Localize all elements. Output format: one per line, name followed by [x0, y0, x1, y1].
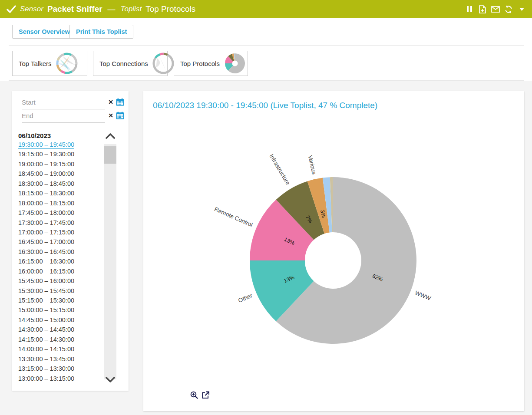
- tab-label: Top Talkers: [19, 60, 52, 67]
- start-calendar-icon[interactable]: [116, 98, 124, 106]
- scroll-down-button[interactable]: [104, 374, 116, 385]
- time-range-item[interactable]: 19:00:00 – 19:15:00: [18, 161, 101, 170]
- toplist-name: Top Protocols: [145, 4, 195, 14]
- scroll-up-button[interactable]: [104, 130, 116, 142]
- time-range-list: 19:30:00 – 19:45:0019:15:00 – 19:30:0019…: [18, 141, 101, 385]
- time-range-item[interactable]: 19:30:00 – 19:45:00: [18, 141, 101, 151]
- top-talkers-chord-icon: [56, 53, 78, 74]
- time-range-item[interactable]: 18:15:00 – 18:30:00: [18, 190, 101, 199]
- start-date-field: ✕: [22, 96, 105, 109]
- date-list-header: 06/10/2023: [18, 132, 51, 139]
- time-range-item[interactable]: 19:15:00 – 19:30:00: [18, 151, 101, 160]
- tab-top-talkers[interactable]: Top Talkers: [12, 51, 87, 76]
- segment-name-label: Other: [237, 292, 253, 304]
- clear-end-icon[interactable]: ✕: [108, 112, 113, 119]
- end-calendar-icon[interactable]: [116, 112, 124, 119]
- time-range-item[interactable]: 16:00:00 – 16:15:00: [18, 268, 101, 277]
- tab-label: Top Protocols: [180, 60, 220, 67]
- time-range-item[interactable]: 15:15:00 – 15:30:00: [18, 297, 101, 306]
- check-icon: [6, 4, 17, 14]
- time-range-item[interactable]: 17:30:00 – 17:45:00: [18, 219, 101, 229]
- time-range-item[interactable]: 14:15:00 – 14:30:00: [18, 336, 101, 346]
- toolbar-row: Sensor Overview Print This Toplist: [0, 18, 532, 45]
- time-range-item[interactable]: 17:00:00 – 17:15:00: [18, 229, 101, 238]
- time-range-item[interactable]: 16:45:00 – 17:00:00: [18, 238, 101, 248]
- tab-top-protocols[interactable]: Top Protocols: [174, 51, 248, 76]
- time-range-item[interactable]: 13:30:00 – 13:45:00: [18, 356, 101, 365]
- toplist-chart-panel: 06/10/2023 19:30:00 - 19:45:00 (Live Top…: [143, 91, 524, 411]
- toplist-tabs-row: Top TalkersTop ConnectionsTop Protocols: [0, 46, 532, 80]
- tab-top-connections[interactable]: Top Connections: [93, 51, 168, 76]
- time-range-item[interactable]: 16:15:00 – 16:30:00: [18, 258, 101, 267]
- time-range-item[interactable]: 18:45:00 – 19:00:00: [18, 170, 101, 180]
- scroll-track[interactable]: [104, 144, 116, 379]
- time-range-item[interactable]: 14:45:00 – 15:00:00: [18, 316, 101, 326]
- time-range-item[interactable]: 15:45:00 – 16:00:00: [18, 277, 101, 287]
- end-date-input[interactable]: [22, 110, 78, 121]
- sensor-type-label: Sensor: [20, 5, 43, 13]
- time-range-item[interactable]: 17:45:00 – 18:00:00: [18, 209, 101, 219]
- segment-name-label: Remote Control: [213, 206, 254, 228]
- time-range-item[interactable]: 14:00:00 – 14:15:00: [18, 346, 101, 355]
- dropdown-caret-icon[interactable]: [517, 5, 526, 13]
- time-list-scrollbar: [104, 130, 116, 385]
- time-range-item[interactable]: 18:00:00 – 18:15:00: [18, 200, 101, 209]
- time-range-item[interactable]: 15:30:00 – 15:45:00: [18, 287, 101, 297]
- time-range-item[interactable]: 13:00:00 – 13:15:00: [18, 375, 101, 385]
- print-toplist-button[interactable]: Print This Toplist: [69, 25, 133, 39]
- sensor-name: Packet Sniffer: [47, 4, 102, 14]
- zoom-in-icon[interactable]: [190, 391, 198, 399]
- date-filter-panel: ✕ ✕ 06/10/2023 19:30:00 – 19:45:0019:15:…: [12, 91, 129, 391]
- external-link-icon[interactable]: [202, 391, 209, 399]
- toplist-type-label: Toplist: [121, 5, 142, 13]
- time-range-item[interactable]: 16:30:00 – 16:45:00: [18, 248, 101, 258]
- end-date-field: ✕: [22, 110, 105, 123]
- time-range-item[interactable]: 18:30:00 – 18:45:00: [18, 180, 101, 190]
- pause-icon[interactable]: [465, 5, 474, 13]
- time-range-item[interactable]: 14:30:00 – 14:45:00: [18, 326, 101, 336]
- segment-name-label: Various: [307, 155, 317, 175]
- email-icon[interactable]: [491, 5, 500, 13]
- sensor-overview-button[interactable]: Sensor Overview: [12, 25, 76, 39]
- add-report-icon[interactable]: [478, 5, 487, 13]
- segment-name-label: WWW: [414, 290, 432, 302]
- top-connections-chord-icon: [152, 53, 174, 74]
- refresh-icon[interactable]: [504, 5, 513, 13]
- start-date-input[interactable]: [22, 96, 78, 108]
- top-protocols-donut-icon: [224, 53, 246, 74]
- top-protocols-donut-chart: 62%WWW13%Other13%Remote Control7%Infrast…: [143, 91, 524, 411]
- segment-name-label: Infrastructure: [268, 153, 291, 186]
- header-action-icons: [465, 5, 526, 13]
- time-range-item[interactable]: 13:15:00 – 13:30:00: [18, 365, 101, 375]
- tab-label: Top Connections: [99, 60, 148, 67]
- chart-actions: [190, 391, 209, 399]
- scroll-thumb[interactable]: [104, 146, 116, 164]
- clear-start-icon[interactable]: ✕: [108, 99, 113, 105]
- header-separator: —: [108, 5, 116, 14]
- time-range-item[interactable]: 15:00:00 – 15:15:00: [18, 306, 101, 316]
- app-header: Sensor Packet Sniffer — Toplist Top Prot…: [0, 0, 532, 18]
